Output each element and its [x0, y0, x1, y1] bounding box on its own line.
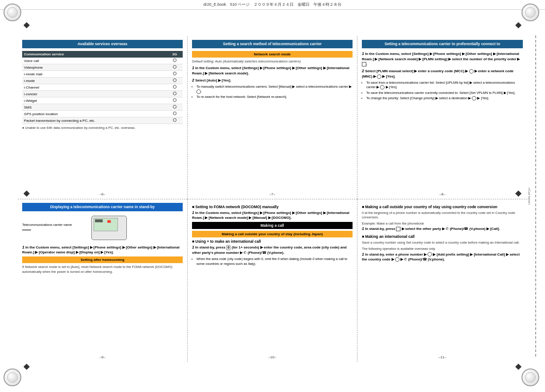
available-services-header: Available services overseas: [22, 40, 183, 48]
service-name: i-mode: [22, 78, 167, 84]
service-3g: [167, 58, 183, 64]
service-name: i-concier: [22, 91, 167, 97]
step-bold: In the Custom menu, select [Settings] ▶ …: [192, 211, 349, 220]
service-3g: [167, 91, 183, 97]
step-1-foma: 1 In the Custom menu, select [Settings] …: [192, 210, 353, 221]
homecoming-text: If Network search mode is set to [Auto],…: [22, 265, 183, 274]
phone-indicator: [107, 220, 111, 223]
step-num: 1: [192, 66, 194, 70]
bullet-item: To save the telecommunications carrier c…: [366, 91, 523, 96]
conversion-intro: 0 at the beginning of a phone number is …: [362, 211, 523, 220]
service-3g: [167, 104, 183, 111]
bullet-item: When the area code (city code) begins wi…: [196, 257, 353, 266]
vphone-icon: ☎: [262, 251, 267, 255]
circle-btn: [427, 252, 432, 256]
step-num: 1: [362, 226, 364, 231]
col-3g: 3G: [167, 51, 183, 58]
making-call-header: Making a call: [192, 222, 353, 229]
col-service: Communication service: [22, 51, 167, 58]
table-row: SMS: [22, 104, 183, 111]
intl-call-intro: Save a country number using Set country …: [362, 241, 523, 245]
services-table: Communication service 3G Voice call Vide…: [22, 51, 183, 124]
table-row: Packet transmission by connecting a PC, …: [22, 117, 183, 124]
panel-search-method: Setting a search method of telecommunica…: [188, 36, 357, 199]
example-text: Example: Make a call from the phonebook: [362, 221, 523, 226]
phonebook-btn: [396, 227, 400, 231]
foma-manual-header: ■ Setting to FOMA network (DOCOMO) manua…: [192, 205, 353, 209]
step-num: 2: [362, 69, 364, 73]
vphone-icon2: ☎: [464, 227, 468, 231]
step-1-intl: 1 In stand-by, press 0 (for 1+ seconds) …: [192, 245, 353, 255]
step-bold: In stand-by, enter a phone number ▶: [365, 252, 427, 256]
zero-key: 0: [226, 245, 231, 250]
intl-call-note: The following operation is available ove…: [362, 247, 523, 252]
service-3g: [167, 111, 183, 117]
carrier-screen-text: ▓▓▓▓: [94, 218, 118, 223]
vphone-icon3: ☎: [423, 257, 427, 261]
network-search-subheader: Network search mode: [192, 51, 353, 58]
step-num: 1: [362, 252, 364, 256]
main-content: Available services overseas Communicatio…: [0, 10, 545, 388]
service-3g: [167, 117, 183, 124]
step-num: 2: [192, 78, 194, 82]
table-row: i-Widget: [22, 97, 183, 104]
search-method-header: Setting a search method of telecommunica…: [192, 40, 353, 48]
bullet-item: To save from a telecommunications carrie…: [366, 81, 523, 90]
bullet-item: To manually switch telecommunications ca…: [196, 85, 353, 94]
phone-illustration: Telecommunications carrier name ━━━━ ▓▓▓…: [22, 214, 183, 242]
table-row: Voice call: [22, 58, 183, 64]
bullet-item: To re-search for the host network: Selec…: [196, 95, 353, 100]
table-row: i-mode: [22, 78, 183, 84]
service-name: i-Channel: [22, 84, 167, 91]
step-num: 1: [22, 245, 24, 249]
step-bold: In stand-by, press: [365, 227, 396, 231]
service-3g: [167, 64, 183, 71]
step-bold: Select [Auto] ▶ [Yes].: [195, 78, 231, 82]
table-row: i-concier: [22, 91, 183, 97]
step-1-conversion: 1 In stand-by, press ▶ select the other …: [362, 226, 523, 232]
panel-making-call: ■ Setting to FOMA network (DOCOMO) manua…: [188, 199, 357, 362]
step-num: 1: [362, 51, 364, 56]
service-name: Videophone: [22, 64, 167, 71]
carrier-bullets: To save from a telecommunications carrie…: [362, 81, 523, 101]
page-num-8: –8–: [357, 191, 527, 197]
page-header: dr20_E.book 510 ページ ２００９年４月２４日 金曜日 午後４時２…: [0, 0, 545, 10]
service-3g: [167, 78, 183, 84]
carrier-display-header: Displaying a telecommunications carrier …: [22, 203, 183, 211]
step-1-display: 1 In the Custom menu, select [Settings] …: [22, 245, 183, 255]
using-plus-header: ■ Using + to make an international call: [192, 239, 353, 244]
service-3g: [167, 84, 183, 91]
search-bullets: To manually switch telecommunications ca…: [192, 85, 353, 100]
step-bold: In stand-by, press: [195, 245, 226, 249]
service-name: Voice call: [22, 58, 167, 64]
service-3g: [167, 97, 183, 104]
panel-available-services: Available services overseas Communicatio…: [18, 36, 188, 199]
panel-telecom-carrier: Setting a telecommunications carrier to …: [357, 36, 527, 199]
service-name: GPS position location: [22, 111, 167, 117]
outside-country-subheader: Making a call outside your country of st…: [192, 231, 353, 237]
step-bold: In the Custom menu, select [Settings] ▶ …: [192, 66, 349, 75]
page-num-11: –11–: [357, 354, 527, 360]
default-setting-text: Default setting: Auto (Automatically swi…: [192, 59, 353, 63]
page-num-9: –9–: [18, 354, 187, 360]
table-row: i-mode mail: [22, 71, 183, 78]
circle-btn2: [395, 257, 400, 262]
panel-carrier-display: Displaying a telecommunications carrier …: [18, 199, 188, 362]
step-num: 1: [192, 245, 194, 249]
step-2-carrier: 2 Select [PLMN manual select] ▶ enter a …: [362, 68, 523, 79]
phone-mock: ▓▓▓▓: [91, 216, 127, 240]
service-3g: [167, 71, 183, 78]
phone-screen: ▓▓▓▓: [94, 218, 118, 231]
panel-intl-call: ■ Making a call outside your country of …: [357, 199, 527, 362]
bullet-item: To change the priority: Select [Change p…: [366, 96, 523, 101]
step-bold: Select [PLMN manual select] ▶ enter a co…: [365, 69, 469, 73]
table-row: GPS position location: [22, 111, 183, 117]
header-text: dr20_E.book 510 ページ ２００９年４月２４日 金曜日 午後４時２…: [204, 2, 342, 8]
page-num-10: –10–: [188, 354, 357, 360]
carrier-label: Telecommunications carrier name ━━━━: [22, 223, 72, 233]
country-conversion-header: ■ Making a call outside your country of …: [362, 205, 523, 209]
table-row: Videophone: [22, 64, 183, 71]
step-1-carrier: 1 In the Custom menu, select [Settings] …: [362, 51, 523, 66]
page-num-7: –7–: [188, 191, 357, 197]
page-wrapper: dr20_E.book 510 ページ ２００９年４月２４日 金曜日 午後４時２…: [0, 0, 545, 392]
